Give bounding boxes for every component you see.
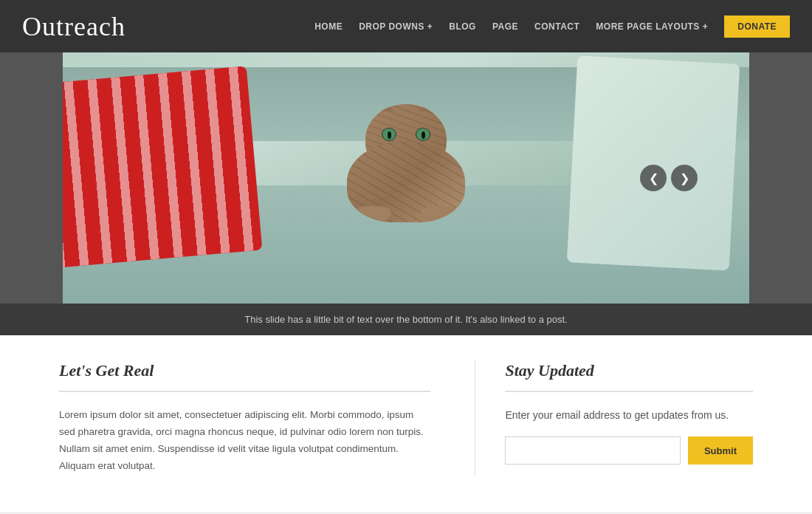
header: Outreach HOME DROP DOWNS + BLOG PAGE CON…: [0, 0, 812, 52]
slider-nav: ❮ ❯: [640, 165, 698, 191]
cat-paw-left: [354, 206, 391, 222]
nav-dropdowns[interactable]: DROP DOWNS +: [359, 21, 433, 32]
nav-home[interactable]: HOME: [314, 21, 343, 32]
nav-blog[interactable]: BLOG: [449, 21, 476, 32]
pillow-light: [567, 55, 740, 270]
pillow-red: [63, 66, 262, 267]
logo: Outreach: [22, 11, 125, 42]
cat-ear-right: [419, 104, 439, 112]
nav: HOME DROP DOWNS + BLOG PAGE CONTACT MORE…: [314, 16, 790, 38]
right-section-title: Stay Updated: [505, 361, 753, 380]
right-column: Stay Updated Enter your email address to…: [475, 361, 753, 475]
left-section-title: Let's Get Real: [59, 361, 430, 380]
cat-torso: [347, 141, 465, 222]
submit-button[interactable]: Submit: [688, 436, 753, 465]
cat-eye-left: [382, 128, 396, 141]
cat-body: [332, 104, 480, 222]
right-divider: [505, 391, 753, 392]
left-column: Let's Get Real Lorem ipsum dolor sit ame…: [59, 361, 430, 475]
slider-section: ❮ ❯ This slide has a little bit of text …: [0, 52, 812, 335]
email-form: Submit: [505, 436, 753, 465]
cat-paw-right: [421, 206, 458, 222]
left-divider: [59, 391, 430, 392]
donate-button[interactable]: DONATE: [724, 16, 790, 38]
cat-ear-left: [373, 104, 393, 112]
left-section-body: Lorem ipsum dolor sit amet, consectetuer…: [59, 407, 430, 475]
nav-page[interactable]: PAGE: [492, 21, 518, 32]
cat-eye-right: [416, 128, 430, 141]
slider-prev-button[interactable]: ❮: [640, 165, 667, 191]
nav-contact[interactable]: CONTACT: [534, 21, 579, 32]
slider-caption: This slide has a little bit of text over…: [0, 304, 812, 335]
slider-image: ❮ ❯: [63, 52, 749, 304]
email-input[interactable]: [505, 436, 681, 465]
nav-more[interactable]: MORE PAGE LAYOUTS +: [596, 21, 708, 32]
slider-next-button[interactable]: ❯: [671, 165, 698, 191]
email-description: Enter your email address to get updates …: [505, 407, 753, 423]
content-area: Let's Get Real Lorem ipsum dolor sit ame…: [0, 335, 812, 512]
